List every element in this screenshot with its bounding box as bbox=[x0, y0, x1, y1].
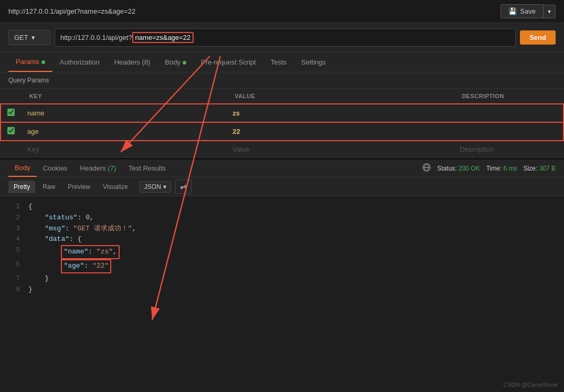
code-line-4: 4 "data": { bbox=[0, 234, 564, 245]
size-value: 307 B bbox=[539, 165, 556, 172]
response-tab-body[interactable]: Body bbox=[8, 160, 37, 177]
response-tab-test-results[interactable]: Test Results bbox=[122, 160, 172, 176]
param-key-new[interactable]: Key bbox=[21, 141, 226, 158]
params-table: KEY VALUE DESCRIPTION name zs age bbox=[0, 89, 564, 158]
col-key-header: KEY bbox=[21, 89, 226, 104]
checkbox-age[interactable] bbox=[1, 122, 21, 141]
response-status-bar: Status: 200 OK Time: 6 ms Size: 307 B bbox=[422, 163, 556, 173]
params-dot bbox=[41, 60, 45, 64]
code-line-3: 3 "msg": "GET 请求成功！", bbox=[0, 224, 564, 235]
tab-authorization[interactable]: Authorization bbox=[52, 53, 107, 71]
param-row-age: age 22 bbox=[1, 122, 563, 141]
size-label: Size: 307 B bbox=[524, 165, 556, 172]
save-icon: 💾 bbox=[508, 7, 517, 15]
tab-prerequest[interactable]: Pre-request Script bbox=[194, 53, 263, 71]
code-tab-pretty[interactable]: Pretty bbox=[8, 181, 35, 193]
tab-params[interactable]: Params bbox=[8, 52, 52, 72]
status-label: Status: 200 OK bbox=[437, 165, 480, 172]
tab-tests[interactable]: Tests bbox=[263, 53, 294, 71]
code-line-7: 7 } bbox=[0, 273, 564, 284]
col-checkbox bbox=[1, 89, 21, 104]
code-tab-raw[interactable]: Raw bbox=[37, 181, 60, 193]
code-tab-visualize[interactable]: Visualize bbox=[98, 181, 133, 193]
watermark: CSDN @CarveStone bbox=[504, 382, 558, 388]
time-label: Time: 6 ms bbox=[486, 165, 517, 172]
col-value-header: VALUE bbox=[226, 89, 453, 104]
code-line-6: 6 "age": "22" bbox=[0, 259, 564, 273]
param-value-age[interactable]: 22 bbox=[226, 122, 453, 141]
code-format-tabs: Pretty Raw Preview Visualize JSON ▾ ⇌ bbox=[0, 177, 564, 196]
window-title: http://127.0.0.1/api/get?name=zs&age=22 bbox=[8, 7, 135, 15]
code-line-5: 5 "name": "zs", bbox=[0, 245, 564, 259]
response-tabs-bar: Body Cookies Headers (7) Test Results St… bbox=[0, 160, 564, 177]
response-tab-headers[interactable]: Headers (7) bbox=[74, 160, 123, 176]
url-highlighted-params: name=zs&age=22 bbox=[132, 32, 194, 43]
param-desc-new[interactable]: Description bbox=[453, 141, 563, 158]
save-group: 💾 Save ▾ bbox=[501, 4, 556, 18]
format-select[interactable]: JSON ▾ bbox=[140, 181, 171, 193]
param-row-name: name zs bbox=[1, 104, 563, 122]
title-bar: http://127.0.0.1/api/get?name=zs&age=22 … bbox=[0, 0, 564, 23]
save-button[interactable]: 💾 Save bbox=[501, 4, 544, 18]
format-chevron-icon: ▾ bbox=[163, 183, 166, 190]
wrap-button[interactable]: ⇌ bbox=[175, 179, 191, 194]
code-line-1: 1 { bbox=[0, 202, 564, 213]
query-params-title: Query Params bbox=[0, 72, 564, 89]
status-value: 200 OK bbox=[459, 165, 480, 172]
param-row-new: Key Value Description bbox=[1, 141, 563, 158]
url-bar[interactable]: http://127.0.0.1/api/get?name=zs&age=22 bbox=[55, 28, 516, 47]
code-area: 1 { 2 "status": 0, 3 "msg": "GET 请求成功！",… bbox=[0, 196, 564, 300]
param-value-name[interactable]: zs bbox=[226, 104, 453, 122]
tab-body[interactable]: Body bbox=[157, 53, 194, 71]
time-value: 6 ms bbox=[504, 165, 517, 172]
param-key-age[interactable]: age bbox=[21, 122, 226, 141]
method-chevron-icon: ▾ bbox=[31, 34, 35, 41]
param-desc-age[interactable] bbox=[453, 122, 563, 141]
request-bar: GET ▾ http://127.0.0.1/api/get?name=zs&a… bbox=[0, 23, 564, 52]
param-desc-name[interactable] bbox=[453, 104, 563, 122]
col-desc-header: DESCRIPTION bbox=[453, 89, 563, 104]
code-line-8: 8 } bbox=[0, 284, 564, 295]
request-tabs-bar: Params Authorization Headers (8) Body Pr… bbox=[0, 52, 564, 72]
method-select[interactable]: GET ▾ bbox=[8, 30, 50, 45]
response-tab-cookies[interactable]: Cookies bbox=[37, 160, 74, 176]
code-line-2: 2 "status": 0, bbox=[0, 213, 564, 224]
checkbox-name[interactable] bbox=[1, 104, 21, 122]
code-tab-preview[interactable]: Preview bbox=[62, 181, 95, 193]
tab-settings[interactable]: Settings bbox=[294, 53, 333, 71]
send-button[interactable]: Send bbox=[520, 30, 556, 45]
save-dropdown-button[interactable]: ▾ bbox=[544, 5, 556, 18]
response-tabs-left: Body Cookies Headers (7) Test Results bbox=[8, 160, 172, 177]
param-value-new[interactable]: Value bbox=[226, 141, 453, 158]
tab-headers[interactable]: Headers (8) bbox=[107, 53, 158, 71]
body-dot bbox=[183, 61, 186, 65]
globe-icon bbox=[422, 163, 431, 173]
param-key-name[interactable]: name bbox=[21, 104, 226, 122]
